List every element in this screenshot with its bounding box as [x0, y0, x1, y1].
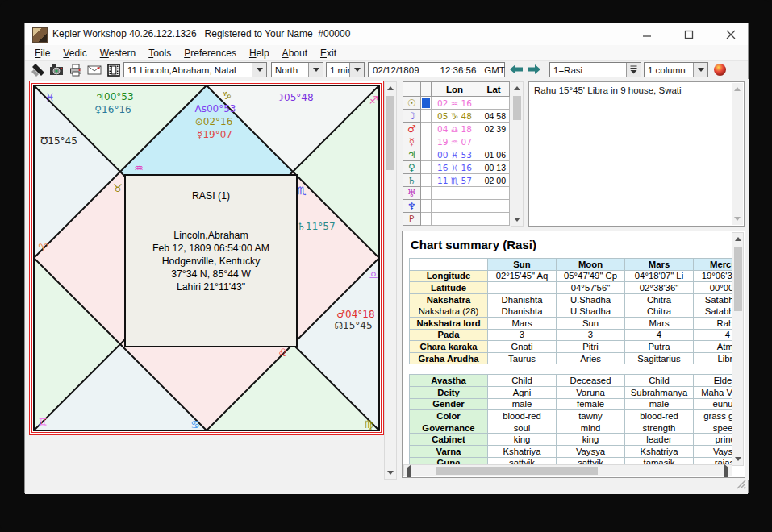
interpretation-panel[interactable]: Rahu 15°45' Libra in 9 house, Swati — [528, 81, 745, 227]
summary-cell: Subrahmanya — [625, 386, 694, 398]
scrollbar-thumb[interactable] — [386, 96, 394, 170]
planet-glyph-cell[interactable]: ♀ — [403, 161, 421, 174]
columns-select-dropdown-icon[interactable] — [693, 63, 707, 77]
planet-col-blank — [403, 82, 421, 97]
pen-icon[interactable] — [30, 62, 46, 78]
step-select-dropdown-icon[interactable] — [349, 63, 364, 77]
planet-row[interactable]: ♃00 ♓ 53-01 06 — [403, 148, 510, 161]
prev-icon[interactable] — [509, 64, 524, 75]
planet-glyph-cell[interactable]: ☽ — [403, 110, 421, 123]
menu-western[interactable]: Western — [95, 47, 140, 60]
scroll-down-icon[interactable] — [732, 213, 743, 225]
minimize-button[interactable] — [638, 27, 656, 42]
menu-file[interactable]: File — [30, 47, 55, 60]
scroll-left-icon[interactable] — [407, 468, 411, 478]
film-icon[interactable] — [106, 62, 122, 78]
columns-select-combo[interactable]: 1 column — [644, 62, 708, 77]
planet-row[interactable]: ♀16 ♓ 1600 13 — [403, 161, 510, 174]
scrollbar-thumb[interactable] — [734, 247, 742, 311]
menu-exit[interactable]: Exit — [315, 47, 341, 60]
interpretation-text: Rahu 15°45' Libra in 9 house, Swati — [534, 85, 728, 95]
camera-icon[interactable] — [48, 62, 65, 78]
planet-glyph-cell[interactable]: ♂ — [403, 123, 421, 135]
planet-row[interactable]: ☉02 ♒ 16 — [403, 97, 510, 110]
style-select-dropdown-icon[interactable] — [308, 63, 323, 77]
summary-row: Pada3344 — [410, 329, 733, 341]
kepler-window: Kepler Workshop 40.26.122.1326 Registere… — [24, 23, 749, 493]
planet-select-cell[interactable] — [421, 187, 432, 200]
print-icon[interactable] — [68, 62, 84, 78]
view-select-combo[interactable]: 1=Rasi — [549, 62, 641, 77]
planet-glyph-cell[interactable]: ♄ — [403, 174, 421, 187]
planet-select-cell[interactable] — [421, 97, 432, 110]
planet-row[interactable]: ♄11 ♏ 5702 00 — [403, 174, 510, 187]
rasi-chart[interactable]: ♓♃00°53♀16°16℧15°45♑☽05°48♐As00°53⊙02°16… — [29, 81, 384, 435]
scroll-down-icon[interactable] — [732, 453, 743, 465]
summary-row: Graha ArudhaTaurusAriesSagittariusLibra — [410, 352, 733, 364]
planet-glyph-cell[interactable]: ♃ — [403, 148, 421, 161]
step-select-combo[interactable]: 1 min — [326, 62, 365, 77]
planet-glyph-cell[interactable]: ♅ — [403, 187, 421, 200]
planet-table-scrollbar[interactable] — [511, 81, 524, 227]
maximize-button[interactable] — [680, 27, 698, 42]
planet-select-cell[interactable] — [421, 213, 432, 226]
time-value: 12:36:56 — [440, 65, 477, 75]
summary-row-label: Varna — [410, 445, 488, 457]
planet-select-cell[interactable] — [421, 135, 432, 148]
planet-lon-cell: 19 ♒ 07 — [432, 135, 478, 148]
wheel-icon[interactable] — [714, 64, 726, 76]
close-button[interactable] — [722, 27, 740, 42]
chart-select-combo[interactable]: 11 Lincoln,Abraham, Natal — [123, 62, 267, 77]
next-icon[interactable] — [527, 64, 541, 75]
interpretation-scrollbar[interactable] — [732, 83, 743, 225]
menu-about[interactable]: About — [278, 47, 312, 60]
planet-glyph-cell[interactable]: ♇ — [403, 213, 421, 226]
planet-select-cell[interactable] — [421, 123, 432, 135]
scroll-up-icon[interactable] — [732, 83, 743, 95]
planet-lat-cell: 00 13 — [478, 161, 510, 174]
summary-row-label: Chara karaka — [410, 341, 488, 353]
scroll-right-icon[interactable] — [724, 468, 728, 478]
summary-cell: Chitra — [625, 305, 694, 318]
planet-row[interactable]: ♇ — [403, 213, 510, 226]
planet-select-cell[interactable] — [421, 148, 432, 161]
planet-select-cell[interactable] — [421, 174, 432, 187]
planet-select-cell[interactable] — [421, 110, 432, 123]
planet-select-cell[interactable] — [421, 200, 432, 213]
summary-h-scrollbar[interactable] — [403, 464, 732, 476]
planet-row[interactable]: ♆ — [403, 200, 510, 213]
chart-pane-scrollbar[interactable] — [384, 81, 397, 480]
menu-preferences[interactable]: Preferences — [179, 47, 241, 60]
scroll-up-icon[interactable] — [511, 82, 523, 94]
scroll-up-icon[interactable] — [385, 82, 396, 94]
planet-row[interactable]: ♂04 ♎ 1802 39 — [403, 123, 510, 135]
planet-select-cell[interactable] — [421, 161, 432, 174]
scroll-down-icon[interactable] — [385, 467, 396, 479]
planet-glyph-cell[interactable]: ☿ — [403, 135, 421, 148]
chart-select-dropdown-icon[interactable] — [252, 63, 266, 77]
planet-lon-cell: 16 ♓ 16 — [432, 161, 478, 174]
planet-row[interactable]: ☿19 ♒ 07 — [403, 135, 510, 148]
chart-label: ☊15°45 — [334, 320, 372, 331]
scrollbar-thumb[interactable] — [513, 96, 521, 120]
planet-row[interactable]: ♅ — [403, 187, 510, 200]
datetime-field[interactable]: 02/12/1809 12:36:56 GMT — [368, 62, 505, 77]
view-select-dropdown-icon[interactable] — [626, 63, 641, 77]
chart-summary-panel[interactable]: Chart summary (Rasi) SunMoonMarsMercuryL… — [402, 231, 745, 478]
summary-col-sun: Sun — [488, 259, 557, 271]
summary-cell: Rahu — [694, 317, 733, 329]
summary-v-scrollbar[interactable] — [732, 232, 744, 466]
titlebar[interactable]: Kepler Workshop 40.26.122.1326 Registere… — [25, 23, 748, 46]
scroll-up-icon[interactable] — [732, 233, 743, 245]
planet-row[interactable]: ☽05 ♑ 4804 58 — [403, 110, 510, 123]
style-select-combo[interactable]: North — [271, 62, 323, 77]
resize-grip[interactable] — [737, 478, 746, 493]
planet-glyph-cell[interactable]: ☉ — [403, 97, 421, 110]
menu-vedic[interactable]: Vedic — [58, 47, 91, 60]
scroll-down-icon[interactable] — [511, 214, 523, 226]
mail-icon[interactable] — [86, 62, 102, 78]
menu-tools[interactable]: Tools — [144, 47, 176, 60]
planet-glyph-cell[interactable]: ♆ — [403, 200, 421, 213]
scrollbar-thumb[interactable] — [436, 467, 598, 475]
menu-help[interactable]: Help — [244, 47, 274, 60]
